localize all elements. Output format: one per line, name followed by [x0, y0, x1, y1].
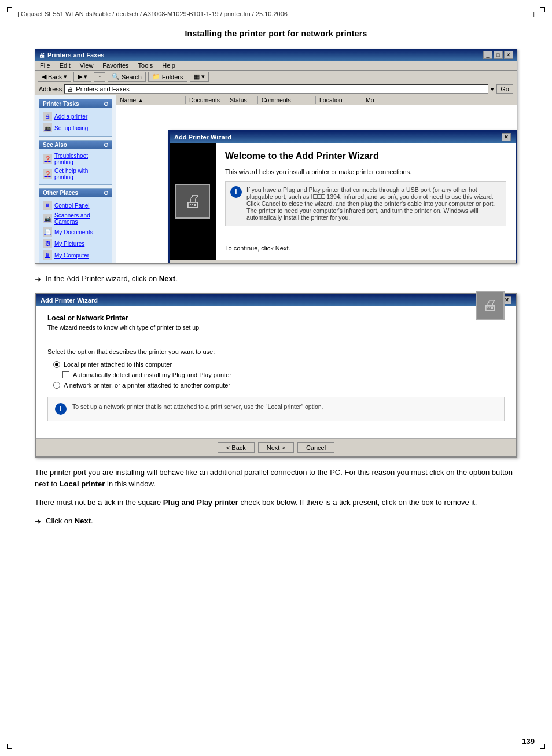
- gethelp-item[interactable]: ❓ Get help with printing: [42, 167, 109, 182]
- search-button[interactable]: 🔍 Search: [108, 72, 146, 82]
- local-printer-label: Local printer attached to this computer: [64, 361, 172, 368]
- address-dropdown-icon[interactable]: ▾: [491, 86, 494, 93]
- menu-file[interactable]: File: [38, 61, 53, 69]
- col-name[interactable]: Name ▲: [116, 96, 186, 104]
- wizard-info-text: If you have a Plug and Play printer that…: [246, 186, 501, 221]
- local-printer-radio[interactable]: [53, 361, 60, 368]
- other-places-body: 🖥 Control Panel 📷 Scanners and Cameras 📄…: [39, 197, 112, 263]
- corner-mark-tl: [7, 7, 12, 12]
- see-also-body: ❓ Troubleshoot printing ❓ Get help with …: [39, 149, 112, 184]
- up-button[interactable]: ↑: [94, 72, 105, 82]
- add-printer-label: Add a printer: [54, 113, 87, 120]
- printers-faxes-window: 🖨 Printers and Faxes _ □ ✕ File Edit Vie…: [35, 49, 517, 264]
- my-documents-label: My Documents: [54, 229, 93, 235]
- scanners-icon: 📷: [43, 214, 52, 223]
- menu-help[interactable]: Help: [160, 61, 178, 69]
- wizard-titlebar-controls[interactable]: ✕: [502, 133, 511, 141]
- close-button[interactable]: ✕: [504, 51, 513, 59]
- col-mo[interactable]: Mo: [362, 96, 378, 104]
- win-main: Name ▲ Documents Status Comments Locatio…: [116, 95, 517, 263]
- page-content: Installing the printer port for network …: [35, 29, 517, 727]
- wizard2-section-title: Local or Network Printer: [47, 314, 476, 322]
- forward-icon: ▶: [78, 73, 82, 80]
- wizard2-printer-glyph: 🖨: [483, 296, 498, 314]
- troubleshoot-item[interactable]: ❓ Troubleshoot printing: [42, 152, 109, 167]
- network-printer-radio[interactable]: [53, 382, 60, 389]
- search-icon: 🔍: [112, 73, 120, 80]
- go-button[interactable]: Go: [496, 84, 513, 94]
- address-label: Address: [39, 86, 62, 93]
- troubleshoot-icon: ❓: [43, 154, 52, 164]
- wizard-welcome-desc: This wizard helps you install a printer …: [225, 168, 506, 175]
- minimize-button[interactable]: _: [483, 51, 492, 59]
- wizard-right-panel: Welcome to the Add Printer Wizard This w…: [216, 143, 516, 260]
- page-number: 139: [522, 737, 535, 746]
- wizard2-window: Add Printer Wizard ✕ Local or Network Pr…: [35, 293, 517, 458]
- see-also-header: See Also ⊙: [39, 141, 112, 149]
- folders-button[interactable]: 📁 Folders: [148, 72, 187, 82]
- menu-tools[interactable]: Tools: [136, 61, 156, 69]
- other-places-toggle[interactable]: ⊙: [104, 190, 108, 196]
- win-titlebar-title: 🖨 Printers and Faxes: [39, 51, 104, 58]
- up-icon: ↑: [98, 73, 101, 80]
- menu-edit[interactable]: Edit: [57, 61, 73, 69]
- menu-favorites[interactable]: Favorites: [100, 61, 131, 69]
- control-panel-icon: 🖥: [43, 201, 52, 210]
- address-value: Printers and Faxes: [76, 86, 129, 93]
- instruction2-arrow: ➜: [35, 516, 41, 528]
- folders-label: Folders: [162, 73, 183, 80]
- my-documents-item[interactable]: 📄 My Documents: [42, 226, 109, 238]
- auto-detect-option[interactable]: Automatically detect and install my Plug…: [62, 371, 505, 378]
- wizard-welcome-title: Welcome to the Add Printer Wizard: [225, 151, 506, 161]
- auto-detect-checkbox[interactable]: [62, 371, 69, 378]
- add-printer-wizard-overlay: Add Printer Wizard ✕ 🖨 Welcome to the: [168, 130, 517, 263]
- wizard2-back-button[interactable]: < Back: [218, 442, 255, 453]
- printer-tasks-toggle[interactable]: ⊙: [104, 101, 108, 107]
- wizard-printer-image: 🖨: [175, 184, 210, 219]
- my-pictures-item[interactable]: 🖼 My Pictures: [42, 238, 109, 249]
- win-menubar: File Edit View Favorites Tools Help: [35, 61, 517, 71]
- corner-mark-tr: [540, 7, 545, 12]
- scanners-item[interactable]: 📷 Scanners and Cameras: [42, 211, 109, 226]
- network-printer-option[interactable]: A network printer, or a printer attached…: [53, 382, 505, 389]
- forward-dropdown-icon: ▾: [84, 73, 87, 80]
- network-printer-label: A network printer, or a printer attached…: [64, 382, 230, 389]
- col-status[interactable]: Status: [226, 96, 258, 104]
- wizard2-footer: < Back Next > Cancel: [36, 438, 516, 456]
- control-panel-item[interactable]: 🖥 Control Panel: [42, 200, 109, 211]
- wizard2-next-button[interactable]: Next >: [258, 442, 294, 453]
- win-body: Printer Tasks ⊙ 🖨 Add a printer 📠 Set up…: [35, 95, 517, 263]
- back-label: Back: [48, 73, 62, 80]
- info-icon: i: [230, 186, 242, 198]
- wizard2-info-box: i To set up a network printer that is no…: [47, 397, 505, 421]
- col-documents[interactable]: Documents: [186, 96, 226, 104]
- header-bar: | Gigaset SE551 WLAN dsl/cable / deutsch…: [17, 10, 535, 17]
- back-button[interactable]: ◀ Back ▾: [38, 72, 71, 82]
- printer-tasks-section: Printer Tasks ⊙ 🖨 Add a printer 📠 Set up…: [39, 99, 112, 137]
- body-text-1: The printer port you are installing will…: [35, 467, 517, 490]
- add-printer-item[interactable]: 🖨 Add a printer: [42, 110, 109, 122]
- wizard-left-panel: 🖨: [170, 143, 216, 260]
- wizard2-cancel-button[interactable]: Cancel: [297, 442, 334, 453]
- view-dropdown-icon: ▾: [201, 73, 205, 80]
- wizard-close-button[interactable]: ✕: [502, 133, 511, 141]
- instruction2: ➜ Click on Next.: [35, 515, 517, 528]
- forward-button[interactable]: ▶ ▾: [73, 72, 91, 82]
- menu-view[interactable]: View: [78, 61, 96, 69]
- win-titlebar-controls[interactable]: _ □ ✕: [483, 51, 513, 59]
- see-also-toggle[interactable]: ⊙: [104, 142, 108, 148]
- wizard-titlebar: Add Printer Wizard ✕: [170, 131, 516, 143]
- view-button[interactable]: ▦ ▾: [190, 72, 209, 82]
- other-places-label: Other Places: [43, 190, 78, 196]
- my-computer-item[interactable]: 🖥 My Computer: [42, 249, 109, 261]
- col-comments[interactable]: Comments: [258, 96, 316, 104]
- local-printer-option[interactable]: Local printer attached to this computer: [53, 361, 505, 368]
- setup-faxing-item[interactable]: 📠 Set up faxing: [42, 122, 109, 134]
- maximize-button[interactable]: □: [494, 51, 503, 59]
- wizard2-question: Select the option that describes the pri…: [47, 348, 505, 355]
- scanners-label: Scanners and Cameras: [54, 212, 108, 225]
- col-location[interactable]: Location: [316, 96, 362, 104]
- instruction1: ➜ In the Add Printer wizard, click on Ne…: [35, 273, 517, 285]
- address-input[interactable]: 🖨 Printers and Faxes: [64, 84, 488, 94]
- wizard2-body: Select the option that describes the pri…: [36, 339, 516, 438]
